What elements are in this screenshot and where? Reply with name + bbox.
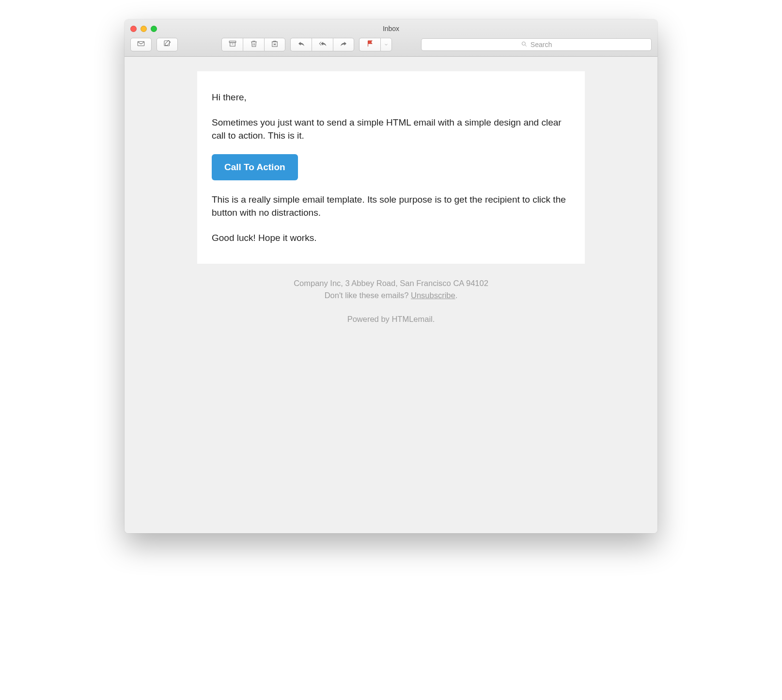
window-controls (130, 26, 157, 32)
email-closing: Good luck! Hope it works. (212, 231, 570, 245)
svg-rect-0 (138, 42, 144, 46)
email-greeting: Hi there, (212, 91, 570, 104)
search-icon (521, 41, 528, 49)
footer-unsub-suffix: . (455, 291, 458, 300)
close-window-button[interactable] (130, 26, 137, 32)
reply-all-icon (318, 39, 327, 50)
email-footer: Company Inc, 3 Abbey Road, San Francisco… (197, 277, 585, 325)
flag-button[interactable] (359, 38, 380, 51)
junk-button[interactable] (264, 38, 285, 51)
reply-all-button[interactable] (312, 38, 333, 51)
get-mail-button[interactable] (130, 38, 152, 51)
cta-button[interactable]: Call To Action (212, 154, 298, 180)
chevron-down-icon (384, 40, 389, 49)
forward-button[interactable] (333, 38, 354, 51)
footer-unsub-line: Don't like these emails? Unsubscribe. (197, 289, 585, 302)
forward-icon (339, 39, 348, 50)
reply-icon (297, 39, 306, 50)
window-title: Inbox (130, 25, 652, 32)
compose-icon (163, 39, 172, 50)
minimize-window-button[interactable] (141, 26, 147, 32)
footer-company: Company Inc, 3 Abbey Road, San Francisco… (197, 277, 585, 289)
compose-button[interactable] (156, 38, 178, 51)
email-body: Hi there, Sometimes you just want to sen… (197, 71, 585, 264)
delete-button[interactable] (243, 38, 264, 51)
flag-group (359, 38, 392, 51)
email-intro: Sometimes you just want to send a simple… (212, 116, 570, 143)
archive-group (221, 38, 285, 51)
svg-point-5 (522, 42, 525, 45)
footer-unsub-prefix: Don't like these emails? (325, 291, 411, 300)
reply-group (290, 38, 354, 51)
flag-icon (366, 39, 375, 50)
unsubscribe-link[interactable]: Unsubscribe (411, 291, 455, 300)
archive-button[interactable] (221, 38, 243, 51)
svg-rect-3 (230, 43, 235, 47)
svg-rect-1 (164, 41, 170, 46)
trash-icon (250, 39, 258, 50)
titlebar: Inbox (125, 19, 657, 57)
archive-icon (228, 39, 237, 50)
zoom-window-button[interactable] (151, 26, 157, 32)
search-placeholder: Search (531, 41, 552, 48)
title-row: Inbox (130, 23, 652, 34)
message-viewport: Hi there, Sometimes you just want to sen… (125, 57, 657, 533)
flag-menu-button[interactable] (380, 38, 392, 51)
footer-powered: Powered by HTMLemail. (197, 313, 585, 325)
search-field[interactable]: Search (421, 38, 652, 51)
junk-icon (270, 39, 279, 50)
toolbar: Search (130, 38, 652, 51)
email-body-text: This is a really simple email template. … (212, 193, 570, 220)
envelope-icon (137, 39, 145, 50)
reply-button[interactable] (290, 38, 312, 51)
mail-window: Inbox (125, 19, 657, 533)
